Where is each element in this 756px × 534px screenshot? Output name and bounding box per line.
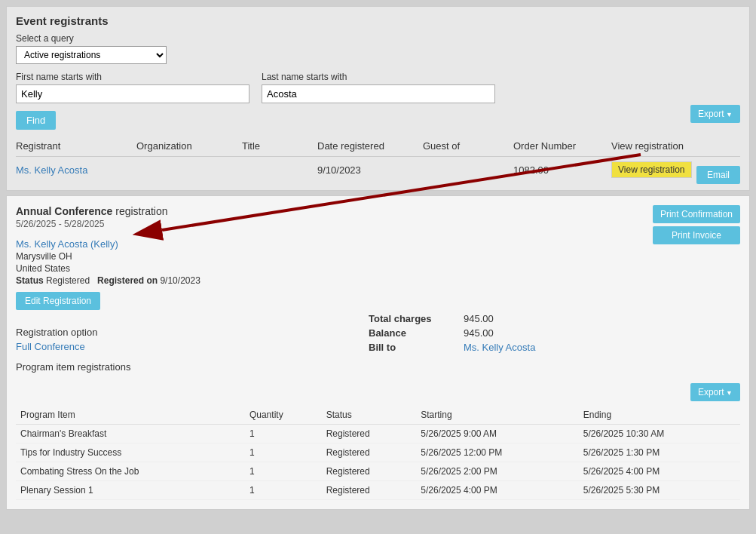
first-name-field: First name starts with	[16, 72, 249, 103]
email-button[interactable]: Email	[696, 166, 740, 184]
total-charges-row: Total charges 945.00	[369, 313, 535, 324]
program-items-table: Program Item Quantity Status Starting En…	[16, 406, 740, 500]
event-registrants-panel: Event registrants Select a query Active …	[6, 6, 750, 191]
registrant-status-row: Status Registered Registered on 9/10/202…	[16, 275, 740, 286]
print-confirmation-button[interactable]: Print Confirmation	[653, 205, 740, 223]
status-value: Registered	[46, 275, 90, 286]
table-header-row: Registrant Organization Title Date regis…	[16, 136, 740, 157]
registrant-name-link[interactable]: Ms. Kelly Acosta (Kelly)	[16, 238, 118, 250]
registrant-name-row: Ms. Kelly Acosta (Kelly)	[16, 238, 740, 250]
query-row: Select a query Active registrations All …	[16, 33, 740, 64]
last-name-label: Last name starts with	[262, 72, 495, 82]
bill-to-link[interactable]: Ms. Kelly Acosta	[464, 342, 535, 353]
registrant-link[interactable]: Ms. Kelly Acosta	[16, 164, 87, 176]
query-select[interactable]: Active registrations All registrations	[16, 46, 167, 64]
registrant-country: United States	[16, 263, 740, 274]
prog-item-status: Registered	[322, 462, 417, 481]
balance-value: 945.00	[464, 327, 494, 339]
registered-on-label: Registered on	[97, 275, 158, 286]
col-title: Title	[242, 140, 317, 152]
prog-item-starting: 5/26/2025 2:00 PM	[416, 462, 578, 481]
prog-item-starting: 5/26/2025 9:00 AM	[416, 425, 578, 443]
registered-on-value: 9/10/2023	[160, 275, 200, 286]
top-right-buttons: Print Confirmation Print Invoice	[653, 205, 740, 244]
name-fields-row: First name starts with Last name starts …	[16, 72, 740, 103]
export-button-top[interactable]: Export	[690, 105, 740, 123]
reg-option-value[interactable]: Full Conference	[16, 341, 85, 352]
find-button[interactable]: Find	[16, 111, 56, 130]
prog-table-row: Chairman's Breakfast 1 Registered 5/26/2…	[16, 425, 740, 443]
total-charges-value: 945.00	[464, 313, 494, 324]
prog-item-status: Registered	[322, 443, 417, 462]
first-name-input[interactable]	[16, 84, 249, 103]
prog-item-status: Registered	[322, 425, 417, 443]
registrant-info: Ms. Kelly Acosta (Kelly) Marysville OH U…	[16, 238, 740, 321]
program-items-section: Program item registrations Export Progra…	[16, 361, 740, 500]
status-label: Status	[16, 275, 44, 286]
export-program-button[interactable]: Export	[690, 383, 740, 401]
prog-item-name: Plenary Session 1	[16, 481, 245, 500]
prog-item-ending: 5/26/2025 5:30 PM	[579, 481, 740, 500]
prog-item-qty: 1	[245, 481, 322, 500]
prog-item-name: Chairman's Breakfast	[16, 425, 245, 443]
prog-item-qty: 1	[245, 462, 322, 481]
prog-item-ending: 5/26/2025 1:30 PM	[579, 443, 740, 462]
prog-table-row: Combating Stress On the Job 1 Registered…	[16, 462, 740, 481]
row-date-registered: 9/10/2023	[317, 164, 423, 176]
conference-dates: 5/26/2025 - 5/28/2025	[16, 219, 740, 229]
conference-title: Annual Conference registration	[16, 205, 740, 217]
registrant-city: Marysville OH	[16, 251, 740, 262]
query-label: Select a query	[16, 33, 740, 44]
prog-item-name: Tips for Industry Success	[16, 443, 245, 462]
registration-detail-panel: Print Confirmation Print Invoice Annual …	[6, 195, 750, 510]
section-title: Event registrants	[16, 14, 740, 27]
prog-item-name: Combating Stress On the Job	[16, 462, 245, 481]
col-organization: Organization	[136, 140, 242, 152]
program-items-title: Program item registrations	[16, 361, 130, 373]
conference-name-bold: Annual Conference	[16, 205, 112, 217]
total-charges-label: Total charges	[369, 313, 451, 324]
prog-col-ending: Ending	[579, 406, 740, 425]
prog-col-quantity: Quantity	[245, 406, 322, 425]
bill-to-label: Bill to	[369, 342, 451, 353]
prog-table-row: Plenary Session 1 1 Registered 5/26/2025…	[16, 481, 740, 500]
edit-registration-button[interactable]: Edit Registration	[16, 292, 100, 310]
col-date-registered: Date registered	[317, 140, 423, 152]
last-name-field: Last name starts with	[262, 72, 495, 103]
prog-col-status: Status	[322, 406, 417, 425]
row-order-number: 1082.00	[513, 164, 611, 176]
prog-table-row: Tips for Industry Success 1 Registered 5…	[16, 443, 740, 462]
col-order-number: Order Number	[513, 140, 611, 152]
prog-item-qty: 1	[245, 425, 322, 443]
prog-item-qty: 1	[245, 443, 322, 462]
balance-row: Balance 945.00	[369, 327, 535, 339]
col-view-registration: View registration	[611, 140, 724, 152]
prog-item-ending: 5/26/2025 4:00 PM	[579, 462, 740, 481]
prog-item-starting: 5/26/2025 12:00 PM	[416, 443, 578, 462]
bill-to-row: Bill to Ms. Kelly Acosta	[369, 342, 535, 353]
view-registration-button[interactable]: View registration	[611, 161, 692, 178]
balance-label: Balance	[369, 327, 451, 339]
prog-col-starting: Starting	[416, 406, 578, 425]
first-name-label: First name starts with	[16, 72, 249, 82]
prog-col-item: Program Item	[16, 406, 245, 425]
table-row: Ms. Kelly Acosta 9/10/2023 1082.00 View …	[16, 157, 740, 183]
last-name-input[interactable]	[262, 84, 495, 103]
col-registrant: Registrant	[16, 140, 136, 152]
prog-item-status: Registered	[322, 481, 417, 500]
charges-block: Total charges 945.00 Balance 945.00 Bill…	[369, 313, 535, 356]
col-guest-of: Guest of	[423, 140, 513, 152]
print-invoice-button[interactable]: Print Invoice	[653, 226, 740, 244]
prog-item-starting: 5/26/2025 4:00 PM	[416, 481, 578, 500]
conference-name-rest: registration	[112, 205, 167, 217]
prog-item-ending: 5/26/2025 10:30 AM	[579, 425, 740, 443]
